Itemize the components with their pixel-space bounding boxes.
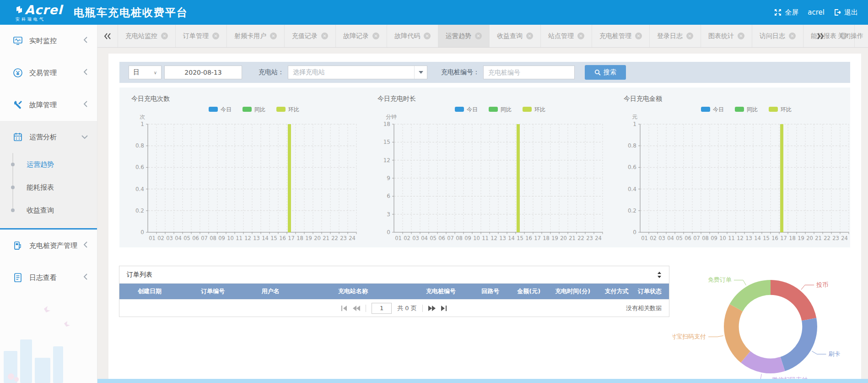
tab-close-icon[interactable]: ✕ (212, 33, 219, 39)
svg-text:02: 02 (157, 235, 164, 241)
date-input[interactable] (164, 66, 242, 79)
analysis-icon (13, 132, 23, 142)
svg-text:01: 01 (395, 235, 402, 241)
chart-charge-amount: 今日充电金额 今日同比环比元00.20.40.60.81010203040506… (614, 94, 860, 245)
svg-text:0.4: 0.4 (628, 186, 636, 192)
acrel-logo: Acrel 安科瑞电气 (16, 4, 63, 22)
svg-text:12: 12 (244, 235, 251, 241)
fullscreen-label: 全屏 (785, 8, 798, 17)
sidebar-item-label: 交易管理 (29, 69, 57, 77)
pile-asset-icon (13, 241, 23, 251)
prev-page-button[interactable] (353, 306, 360, 311)
sidebar-subitem-收益查询[interactable]: 收益查询 (0, 199, 97, 222)
select-caret-button[interactable] (414, 66, 427, 79)
tab-订单管理[interactable]: 订单管理✕ (176, 25, 227, 47)
tab-充电桩管理[interactable]: 充电桩管理✕ (592, 25, 650, 47)
sidebar-subitem-运营趋势[interactable]: 运营趋势 (0, 153, 97, 176)
donut-label-刷卡: 刷卡 (829, 350, 841, 357)
tab-close-icon[interactable]: ✕ (526, 33, 533, 39)
sidebar-item-日志查看[interactable]: 日志查看 (0, 262, 97, 294)
tabs-scroll-left-button[interactable] (97, 25, 118, 47)
tab-射频卡用户[interactable]: 射频卡用户✕ (227, 25, 285, 47)
fullscreen-button[interactable]: 全屏 (774, 8, 798, 17)
tab-收益查询[interactable]: 收益查询✕ (490, 25, 541, 47)
logo-subtext: 安科瑞电气 (16, 17, 63, 22)
sidebar-subitem-label: 运营趋势 (27, 160, 54, 169)
fullscreen-icon (774, 9, 782, 16)
close-operations-menu[interactable]: 关闭操作 (833, 25, 868, 47)
username[interactable]: acrel (808, 8, 825, 16)
svg-text:今日: 今日 (713, 106, 724, 113)
chart-title: 今日充电时长 (377, 95, 614, 103)
horizontal-scrollbar[interactable] (97, 379, 868, 383)
tabs-scroll-right-button[interactable] (810, 25, 830, 47)
tab-close-icon[interactable]: ✕ (372, 33, 379, 39)
orders-panel: 订单列表 创建日期订单编号用户名充电站名称充电桩编号回路号金额(元)充电时间(分… (119, 266, 669, 317)
svg-text:同比: 同比 (747, 106, 758, 113)
tab-访问日志[interactable]: 访问日志✕ (752, 25, 803, 47)
period-select[interactable]: 日 ∨ (129, 66, 162, 79)
logout-button[interactable]: 退出 (834, 8, 858, 17)
tab-label: 登录日志 (657, 32, 683, 40)
svg-text:环比: 环比 (534, 106, 545, 113)
svg-text:01: 01 (641, 235, 648, 241)
sidebar-item-故障管理[interactable]: 故障管理 (0, 89, 97, 121)
tab-站点管理[interactable]: 站点管理✕ (541, 25, 592, 47)
svg-text:17: 17 (780, 235, 787, 241)
svg-text:18: 18 (383, 121, 390, 127)
pile-number-input[interactable] (483, 66, 575, 79)
tab-close-icon[interactable]: ✕ (577, 33, 584, 39)
bullet-icon (11, 163, 15, 166)
tab-close-icon[interactable]: ✕ (789, 33, 796, 39)
tab-充值记录[interactable]: 充值记录✕ (285, 25, 336, 47)
sidebar-item-label: 日志查看 (29, 274, 57, 282)
tab-close-icon[interactable]: ✕ (635, 33, 642, 39)
tab-运营趋势[interactable]: 运营趋势✕ (438, 25, 490, 47)
svg-text:次: 次 (140, 114, 145, 120)
tab-close-icon[interactable]: ✕ (686, 33, 693, 39)
bullet-icon (11, 186, 15, 189)
last-page-button[interactable] (441, 306, 447, 311)
period-value: 日 (133, 68, 140, 77)
tab-close-icon[interactable]: ✕ (270, 33, 277, 39)
svg-text:18: 18 (297, 235, 303, 241)
sidebar-item-充电桩资产管理[interactable]: 充电桩资产管理 (0, 230, 97, 262)
first-page-button[interactable] (341, 306, 347, 311)
donut-label-投币: 投币 (816, 281, 828, 288)
svg-text:08: 08 (210, 235, 216, 241)
svg-text:14: 14 (754, 235, 761, 241)
triangle-down-icon (419, 71, 423, 74)
sidebar-item-实时监控[interactable]: 实时监控 (0, 25, 97, 57)
sidebar-item-运营分析[interactable]: 运营分析 (0, 121, 97, 153)
tab-故障记录[interactable]: 故障记录✕ (336, 25, 387, 47)
svg-text:07: 07 (447, 235, 454, 241)
search-button[interactable]: 搜索 (585, 65, 626, 80)
svg-text:18: 18 (543, 235, 550, 241)
tab-label: 访问日志 (760, 32, 785, 40)
station-placeholder: 选择充电站 (288, 68, 325, 77)
next-page-button[interactable] (428, 306, 436, 311)
tab-图表统计[interactable]: 图表统计✕ (701, 25, 752, 47)
tab-close-icon[interactable]: ✕ (161, 33, 168, 39)
sort-updown-icon[interactable] (657, 272, 662, 278)
svg-text:环比: 环比 (288, 106, 299, 113)
station-select[interactable]: 选择充电站 (288, 66, 427, 79)
tab-close-icon[interactable]: ✕ (475, 33, 482, 39)
svg-text:1: 1 (633, 121, 636, 127)
svg-text:13: 13 (745, 235, 752, 241)
content-card: 日 ∨ 充电站： 选择充电站 充电桩编号： 搜索 今日充电次数 今日同比环比 (108, 54, 861, 379)
svg-text:07: 07 (201, 235, 208, 241)
svg-text:0: 0 (140, 229, 144, 235)
tab-close-icon[interactable]: ✕ (738, 33, 744, 39)
tab-登录日志[interactable]: 登录日志✕ (650, 25, 701, 47)
tab-故障代码[interactable]: 故障代码✕ (387, 25, 438, 47)
tab-label: 订单管理 (183, 32, 209, 40)
page-number-input[interactable] (372, 303, 392, 314)
pagination: 共 0 页 没有相关数据 (119, 299, 669, 317)
tab-close-icon[interactable]: ✕ (321, 33, 328, 39)
sidebar-subitem-能耗报表[interactable]: 能耗报表 (0, 176, 97, 199)
tab-close-icon[interactable]: ✕ (424, 33, 431, 39)
sidebar-item-交易管理[interactable]: 交易管理 (0, 57, 97, 89)
tab-充电站监控[interactable]: 充电站监控✕ (118, 25, 176, 47)
svg-text:分钟: 分钟 (386, 114, 397, 120)
